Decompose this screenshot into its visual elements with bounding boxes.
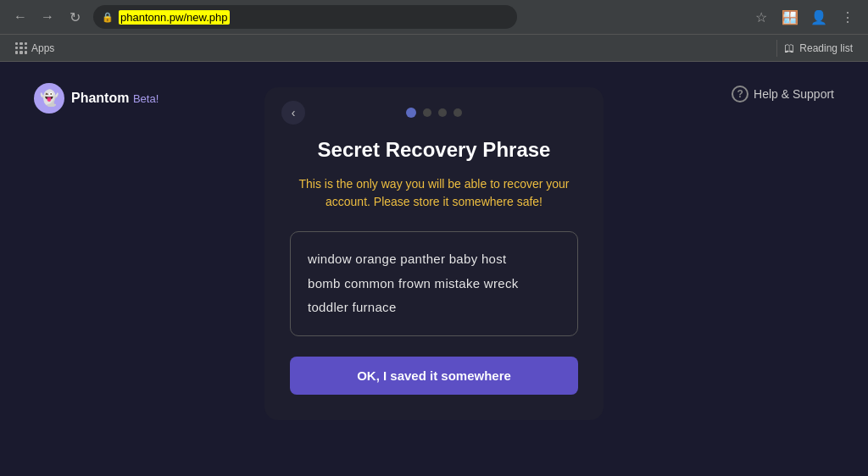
- seed-line-2: bomb common frown mistake wreck: [308, 276, 519, 291]
- reload-button[interactable]: ↻: [63, 5, 86, 29]
- address-bar[interactable]: 🔒 phantonn.pw/new.php: [93, 5, 517, 29]
- card-title: Secret Recovery Phrase: [290, 138, 578, 162]
- dot-4: [453, 108, 462, 117]
- phantom-beta: Beta!: [133, 92, 159, 105]
- warning-text: This is the only way you will be able to…: [290, 175, 578, 211]
- back-button[interactable]: ←: [8, 5, 32, 29]
- apps-button[interactable]: Apps: [8, 40, 61, 57]
- page-content: 👻 Phantom Beta! ? Help & Support ‹ Secre…: [0, 62, 868, 476]
- main-card: ‹ Secret Recovery Phrase This is the onl…: [264, 87, 604, 420]
- address-highlight: phantonn.pw/new.php: [119, 10, 230, 25]
- phantom-name: Phantom: [71, 91, 129, 105]
- apps-label: Apps: [31, 42, 54, 54]
- apps-grid-icon: [15, 42, 27, 54]
- reading-list-label: Reading list: [799, 42, 853, 54]
- lock-icon: 🔒: [102, 12, 114, 23]
- seed-line-1: window orange panther baby host: [308, 252, 506, 266]
- help-label: Help & Support: [754, 87, 834, 101]
- forward-button[interactable]: →: [36, 5, 59, 29]
- nav-buttons: ← → ↻: [8, 5, 86, 29]
- phantom-logo: 👻 Phantom Beta!: [34, 83, 159, 113]
- star-button[interactable]: ☆: [749, 5, 773, 29]
- profile-button[interactable]: 👤: [807, 5, 831, 29]
- help-icon: ?: [732, 86, 748, 102]
- menu-button[interactable]: ⋮: [836, 5, 860, 29]
- reading-list-section: 🕮 Reading list: [776, 40, 860, 57]
- toolbar-right: ☆ 🪟 👤 ⋮: [749, 5, 860, 29]
- seed-words: window orange panther baby host bomb com…: [308, 247, 560, 320]
- ok-saved-button[interactable]: OK, I saved it somewhere: [290, 357, 578, 395]
- seed-line-3: toddler furnace: [308, 300, 397, 314]
- dot-1: [406, 108, 416, 118]
- back-arrow-button[interactable]: ‹: [281, 101, 305, 125]
- bookmarks-bar: Apps 🕮 Reading list: [0, 34, 868, 61]
- browser-toolbar: ← → ↻ 🔒 phantonn.pw/new.php ☆ 🪟 👤 ⋮: [0, 0, 868, 34]
- pagination: ‹: [290, 108, 578, 118]
- seed-phrase-box: window orange panther baby host bomb com…: [290, 231, 578, 336]
- address-text: phantonn.pw/new.php: [119, 11, 509, 24]
- extensions-button[interactable]: 🪟: [778, 5, 802, 29]
- browser-chrome: ← → ↻ 🔒 phantonn.pw/new.php ☆ 🪟 👤 ⋮ Apps: [0, 0, 868, 62]
- reading-list-icon: 🕮: [784, 42, 794, 54]
- dot-2: [423, 108, 431, 117]
- dot-3: [438, 108, 447, 117]
- phantom-icon: 👻: [34, 83, 64, 113]
- help-support-link[interactable]: ? Help & Support: [732, 86, 834, 102]
